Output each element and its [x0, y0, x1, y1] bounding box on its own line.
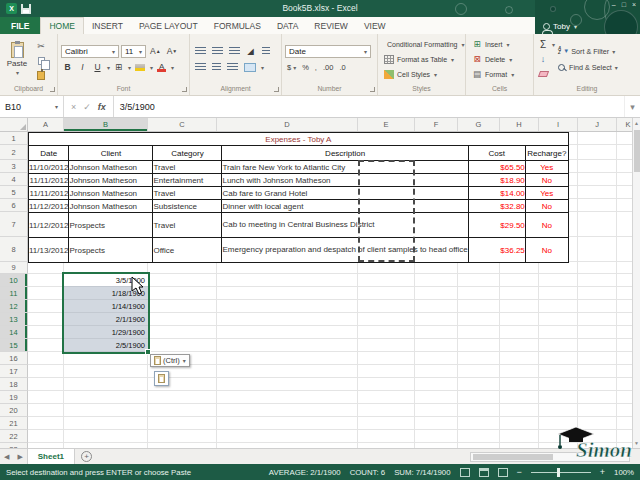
cell[interactable] [358, 313, 415, 326]
row-header[interactable]: 7 [0, 212, 28, 237]
table-cell[interactable]: Johnson Matheson [69, 161, 153, 174]
dialog-launcher-icon[interactable] [370, 87, 375, 92]
cell[interactable] [148, 417, 217, 430]
cell[interactable] [539, 404, 578, 417]
cell[interactable] [500, 430, 539, 443]
cell[interactable] [500, 404, 539, 417]
sheet-tab-sheet1[interactable]: Sheet1 [27, 449, 75, 464]
table-cell[interactable]: Johnson Matheson [69, 187, 153, 200]
zoom-out-icon[interactable]: − [517, 467, 522, 477]
table-cell[interactable]: 1/14/1900 [64, 300, 148, 313]
cell[interactable] [217, 365, 358, 378]
cell[interactable] [415, 430, 458, 443]
row-header[interactable]: 21 [0, 417, 28, 430]
table-cell[interactable]: 1/29/1900 [64, 326, 148, 339]
cell[interactable] [358, 352, 415, 365]
accounting-format-button[interactable]: $▾ [285, 61, 298, 73]
cell[interactable] [148, 404, 217, 417]
cell[interactable] [148, 300, 217, 313]
cell[interactable] [578, 378, 617, 391]
orientation-icon[interactable]: ◢ [244, 45, 257, 58]
tab-file[interactable]: FILE [0, 17, 40, 34]
table-cell[interactable]: $14.00 [468, 187, 525, 200]
cell[interactable] [500, 365, 539, 378]
cell[interactable] [500, 391, 539, 404]
table-cell[interactable]: $32.80 [468, 200, 525, 213]
table-cell[interactable]: 11/12/2012 [29, 200, 69, 213]
paste-options-button[interactable]: (Ctrl) ▾ [150, 354, 190, 367]
column-header[interactable]: E [358, 118, 415, 131]
cell[interactable] [28, 417, 64, 430]
cell[interactable] [415, 365, 458, 378]
row-header[interactable]: 12 [0, 300, 28, 313]
cell[interactable] [458, 339, 500, 352]
row-header[interactable]: 19 [0, 391, 28, 404]
cell[interactable] [539, 274, 578, 287]
cell[interactable] [458, 352, 500, 365]
cell[interactable] [500, 274, 539, 287]
column-header[interactable]: A [28, 118, 64, 131]
cell[interactable] [539, 339, 578, 352]
cell[interactable] [578, 199, 617, 212]
cell[interactable] [358, 274, 415, 287]
copy-icon[interactable] [34, 54, 48, 67]
cell[interactable] [415, 339, 458, 352]
row-header[interactable]: 15 [0, 339, 28, 352]
row-header[interactable]: 13 [0, 313, 28, 326]
row-header[interactable]: 18 [0, 378, 28, 391]
table-cell[interactable]: Travel [153, 161, 222, 174]
cell[interactable] [500, 313, 539, 326]
new-sheet-button[interactable]: + [81, 451, 92, 462]
column-header[interactable]: D [217, 118, 358, 131]
excel-app-icon[interactable]: X [6, 3, 17, 14]
cell[interactable] [148, 274, 217, 287]
row-header[interactable]: 16 [0, 352, 28, 365]
row-header[interactable]: 14 [0, 326, 28, 339]
tab-page-layout[interactable]: PAGE LAYOUT [131, 17, 206, 34]
cell[interactable] [415, 300, 458, 313]
cell[interactable] [578, 365, 617, 378]
tab-view[interactable]: VIEW [356, 17, 394, 34]
cell[interactable] [415, 287, 458, 300]
table-cell[interactable]: No [525, 238, 568, 263]
cell[interactable] [458, 430, 500, 443]
page-layout-view-icon[interactable] [479, 468, 489, 477]
cell[interactable] [64, 430, 148, 443]
cell[interactable] [358, 391, 415, 404]
cell[interactable] [458, 313, 500, 326]
table-cell[interactable]: Description [222, 146, 468, 161]
table-cell[interactable]: Client [69, 146, 153, 161]
cell[interactable] [148, 262, 217, 274]
cell[interactable] [28, 300, 64, 313]
cell[interactable] [539, 262, 578, 274]
cell[interactable] [458, 326, 500, 339]
cell[interactable] [458, 417, 500, 430]
tab-data[interactable]: DATA [269, 17, 306, 34]
table-cell[interactable]: $36.25 [468, 238, 525, 263]
comma-style-button[interactable]: , [313, 61, 319, 73]
zoom-in-icon[interactable]: + [600, 467, 605, 477]
sort-filter-button[interactable]: AZ▼Sort & Filter▾ [558, 44, 637, 58]
cell[interactable] [148, 287, 217, 300]
cell[interactable] [28, 313, 64, 326]
sheet-nav-left-icon[interactable]: ◀ [0, 453, 13, 461]
table-cell[interactable]: $18.90 [468, 174, 525, 187]
cell[interactable] [217, 300, 358, 313]
cell[interactable] [578, 300, 617, 313]
cell[interactable] [500, 417, 539, 430]
cut-icon[interactable]: ✂ [34, 39, 48, 52]
row-header[interactable]: 8 [0, 237, 28, 262]
cell[interactable] [458, 391, 500, 404]
cell[interactable] [578, 326, 617, 339]
tab-review[interactable]: REVIEW [306, 17, 356, 34]
dialog-launcher-icon[interactable] [182, 87, 187, 92]
cell[interactable] [539, 313, 578, 326]
grow-font-button[interactable]: A▲ [148, 45, 163, 58]
cell[interactable] [28, 391, 64, 404]
cell[interactable] [217, 287, 358, 300]
row-header[interactable]: 3 [0, 160, 28, 173]
table-cell[interactable]: Cab to meeting in Central Business Distr… [222, 213, 468, 238]
table-cell[interactable]: Lunch with Johnson Matheson [222, 174, 468, 187]
dialog-launcher-icon[interactable] [274, 87, 279, 92]
shrink-font-button[interactable]: A▼ [165, 45, 180, 58]
